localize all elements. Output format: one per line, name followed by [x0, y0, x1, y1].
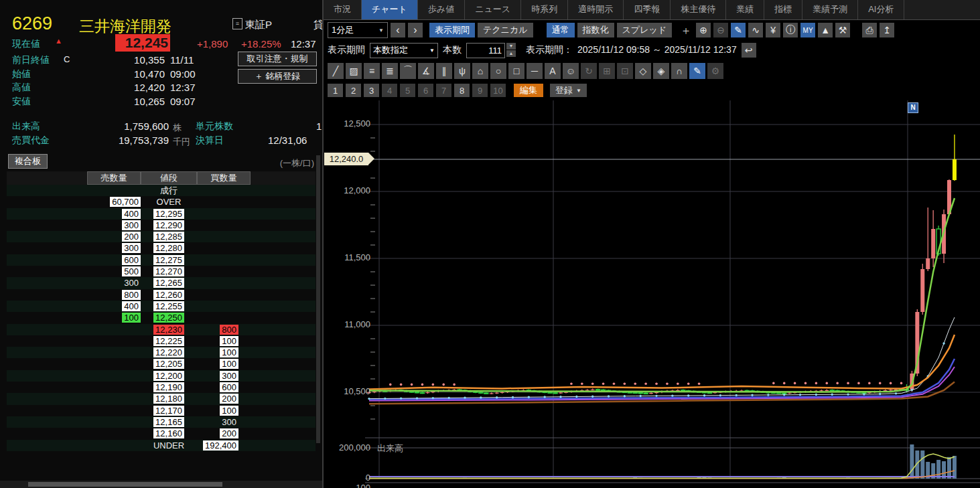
preset-6[interactable]: 6 [418, 84, 433, 97]
zoom-out-icon[interactable]: ⊖ [713, 23, 728, 37]
order-book-row[interactable]: 12,220100 [7, 347, 316, 358]
tab-歩み値[interactable]: 歩み値 [418, 0, 465, 19]
buy-qty-cell[interactable]: 300 [220, 417, 238, 427]
buy-qty-cell[interactable]: 100 [220, 406, 238, 416]
technical-button[interactable]: テクニカル [478, 23, 533, 37]
price-cell[interactable]: 12,260 [153, 290, 184, 300]
text-tool-icon[interactable]: A [545, 63, 561, 79]
order-book-row[interactable]: 12,190600 [7, 382, 316, 393]
order-book-row[interactable]: 12,295400 [7, 208, 316, 220]
register-button[interactable]: 登録▼ [550, 84, 587, 97]
bottom-scrollbar-thumb[interactable] [28, 482, 222, 487]
price-cell[interactable]: 12,230 [153, 325, 184, 335]
info-icon[interactable]: ⓘ [783, 23, 798, 37]
select-drag-icon[interactable]: ⊡ [617, 63, 633, 79]
order-book-row[interactable]: 12,160200 [7, 428, 316, 439]
lock-draw-icon[interactable]: ✎ [689, 63, 705, 79]
order-book-row[interactable]: 12,285200 [7, 231, 316, 242]
tab-業績[interactable]: 業績 [726, 0, 764, 19]
tab-株主優待[interactable]: 株主優待 [671, 0, 726, 19]
order-book-row[interactable]: UNDER192,400 [7, 440, 316, 451]
order-book-row[interactable]: OVER60,700 [7, 196, 316, 208]
order-book-row[interactable]: 12,270500 [7, 266, 316, 277]
tab-AI分析[interactable]: AI分析 [858, 0, 904, 19]
segment-icon[interactable]: ─ [527, 63, 543, 79]
order-book-row[interactable]: 12,255400 [7, 301, 316, 312]
price-cell[interactable]: 12,270 [153, 266, 184, 276]
display-period-button[interactable]: 表示期間 [429, 23, 475, 37]
trend-tool-icon[interactable]: ∿ [748, 23, 763, 37]
zoom-in-icon[interactable]: ⊕ [696, 23, 711, 37]
order-book-row[interactable]: 12,290300 [7, 220, 316, 231]
trend-line-icon[interactable]: ╱ [328, 63, 344, 79]
my-chart-icon[interactable]: MY [800, 23, 815, 37]
buy-qty-cell[interactable]: 192,400 [203, 440, 238, 451]
edit-button[interactable]: 編集 [514, 84, 543, 97]
yen-axis-icon[interactable]: ¥ [766, 23, 780, 37]
order-book-row[interactable]: 12,205100 [7, 358, 316, 370]
preset-5[interactable]: 5 [400, 84, 415, 97]
preset-10[interactable]: 10 [490, 84, 506, 97]
buy-qty-cell[interactable]: 200 [220, 428, 238, 438]
preset-8[interactable]: 8 [454, 84, 470, 97]
sell-qty-cell[interactable]: 300 [122, 278, 141, 288]
price-cell[interactable]: 12,180 [153, 394, 184, 404]
order-book-row[interactable]: 12,265300 [7, 277, 316, 289]
draw-pencil-icon[interactable]: ✎ [731, 23, 746, 37]
sell-qty-cell[interactable]: 400 [122, 209, 141, 219]
price-cell[interactable]: 12,200 [153, 371, 184, 381]
tab-適時開示[interactable]: 適時開示 [568, 0, 624, 19]
buy-qty-cell[interactable]: 800 [220, 325, 238, 335]
next-button[interactable]: › [408, 23, 423, 37]
order-book-row[interactable]: 12,250100 [7, 312, 316, 323]
tab-四季報[interactable]: 四季報 [624, 0, 671, 19]
eraser-icon[interactable]: ◇ [635, 63, 651, 79]
order-book-row[interactable]: 成行 [7, 185, 316, 196]
buy-qty-cell[interactable]: 600 [220, 382, 238, 392]
buy-qty-cell[interactable]: 100 [220, 336, 238, 346]
preset-3[interactable]: 3 [364, 84, 379, 97]
price-cell[interactable]: 12,160 [153, 428, 184, 438]
interval-dropdown[interactable]: 1分足 ▼ [328, 22, 388, 38]
preset-4[interactable]: 4 [382, 84, 397, 97]
price-cell[interactable]: 12,225 [153, 336, 184, 346]
count-spinner[interactable]: ▼▲ [506, 43, 516, 58]
fibonacci-arc-icon[interactable]: ⌒ [400, 63, 416, 79]
price-cell[interactable]: 12,190 [153, 382, 184, 392]
period-mode-dropdown[interactable]: 本数指定 ▼ [370, 43, 438, 58]
order-book-row[interactable]: 12,200300 [7, 370, 316, 382]
price-cell[interactable]: 12,250 [153, 313, 184, 323]
tab-業績予測[interactable]: 業績予測 [802, 0, 858, 19]
panel-scrollbar[interactable] [316, 155, 320, 443]
order-book-row[interactable]: 12,165300 [7, 416, 316, 428]
pitchfork-icon[interactable]: ψ [454, 63, 470, 79]
price-cell[interactable]: 12,220 [153, 347, 184, 357]
normal-mode-button[interactable]: 通常 [547, 23, 575, 37]
magnet-icon[interactable]: ∩ [671, 63, 687, 79]
tab-ニュース[interactable]: ニュース [465, 0, 521, 19]
order-book-row[interactable]: 12,230800 [7, 324, 316, 335]
sell-qty-cell[interactable]: 200 [122, 232, 141, 242]
wrench-icon[interactable]: ⚒ [835, 23, 850, 37]
fan-lines-icon[interactable]: ∡ [418, 63, 434, 79]
draw-settings-icon[interactable]: ⚙ [707, 63, 723, 79]
price-cell[interactable]: 12,255 [153, 301, 184, 311]
sell-qty-cell[interactable]: 400 [122, 301, 141, 311]
order-book-row[interactable]: 12,275600 [7, 254, 316, 266]
spread-mode-button[interactable]: スプレッド [617, 23, 673, 37]
sell-qty-cell[interactable]: 100 [122, 313, 141, 323]
sell-qty-cell[interactable]: 60,700 [110, 197, 141, 207]
eraser-all-icon[interactable]: ◈ [653, 63, 669, 79]
composite-board-button[interactable]: 複合板 [8, 154, 48, 169]
sell-qty-cell[interactable]: 600 [122, 255, 141, 265]
trade-caution-button[interactable]: 取引注意・規制 [238, 52, 317, 66]
price-chart[interactable] [324, 100, 980, 488]
buy-qty-cell[interactable]: 100 [220, 359, 238, 369]
polygon-icon[interactable]: ⌂ [472, 63, 488, 79]
preset-9[interactable]: 9 [472, 84, 488, 97]
sell-qty-cell[interactable]: 300 [122, 220, 141, 230]
rectangle-icon[interactable]: □ [508, 63, 524, 79]
print-icon[interactable]: ⎙ [862, 23, 877, 37]
mountain-chart-icon[interactable]: ▲ [818, 23, 833, 37]
sell-qty-cell[interactable]: 800 [122, 290, 141, 300]
